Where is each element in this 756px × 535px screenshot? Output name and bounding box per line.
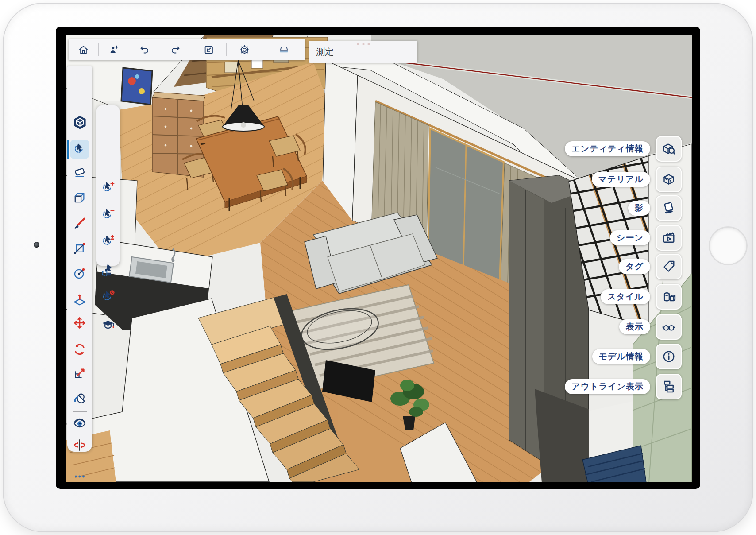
styles-icon [661,289,677,305]
tags-button-row: タグ [619,254,682,279]
move-icon [72,315,87,330]
sketchup-logo [70,112,89,132]
select-subtract-button[interactable] [99,206,117,224]
outline-button-row: アウトライン表示 [565,374,682,399]
home-button[interactable] [69,39,98,60]
flip-icon [72,438,87,453]
eraser-tool-button[interactable] [70,163,89,182]
paint-tool-button[interactable] [70,389,89,408]
select-none-button[interactable] [99,288,117,306]
rotate-icon [72,342,87,357]
ellipsis-icon [72,469,87,482]
flip-tool-button[interactable] [70,435,89,455]
scenes-icon [661,230,677,246]
display-button[interactable] [656,314,682,340]
model-info-button-row: モデル情報 [592,344,682,369]
pencil-icon [72,216,87,231]
select-subtract-icon [100,207,116,222]
entity-info-icon [661,141,677,157]
orbit-tool-button[interactable] [70,414,89,433]
more-tools-button[interactable] [70,467,89,482]
sketchup-app: 測定 エンティティ情報マテリアル影シーンタグスタイル表示モデル情報アウトライン表… [66,35,692,482]
primitives-tool-button[interactable] [70,188,89,208]
styles-button-row: スタイル [601,284,682,310]
select-add-icon [100,180,116,195]
materials-button[interactable] [656,167,682,192]
toolbar-divider [73,411,87,412]
active-tool-indicator [67,140,69,159]
graduation-cap-icon [100,317,116,332]
screen: 測定 エンティティ情報マテリアル影シーンタグスタイル表示モデル情報アウトライン表… [56,27,700,489]
keyboard-icon [278,44,290,56]
pencil-tool-button[interactable] [70,213,89,233]
select-window-button[interactable] [99,261,117,279]
select-flyout [96,105,120,266]
styles-label: スタイル [601,289,650,304]
export-icon [203,44,215,56]
redo-icon [170,44,181,56]
model-info-button[interactable] [656,344,682,369]
materials-label: マテリアル [592,172,650,187]
undo-icon [139,44,150,56]
outline-label: アウトライン表示 [565,379,650,394]
select-add-button[interactable] [99,179,117,197]
materials-button-row: マテリアル [592,167,682,192]
instructor-button[interactable] [99,316,117,333]
tags-button[interactable] [656,254,682,279]
gear-icon [239,44,251,56]
select-window-icon [100,263,116,278]
drag-handle-dots [357,43,370,45]
glasses-icon [661,319,677,335]
home-button [709,226,748,265]
rectangle-tool-button[interactable] [70,239,89,258]
undo-button[interactable] [129,39,160,60]
redo-button[interactable] [160,39,190,60]
shadows-button[interactable] [656,195,682,221]
top-toolbar [69,39,305,60]
scenes-button-row: シーン [610,225,682,251]
3d-viewport[interactable] [66,35,692,482]
select-toggle-button[interactable] [99,233,117,250]
home-icon [77,44,89,56]
scale-icon [72,366,87,381]
measurement-bar[interactable]: 測定 [309,41,417,63]
rotate-tool-button[interactable] [70,340,89,359]
scale-tool-button[interactable] [70,364,89,383]
box-icon [72,190,87,205]
select-icon [72,142,87,157]
entity-info-button-row: エンティティ情報 [565,136,682,162]
shadows-button-row: 影 [628,195,682,221]
model-info-label: モデル情報 [592,349,650,364]
front-camera [34,242,39,248]
display-button-row: 表示 [619,314,682,340]
scenes-label: シーン [610,230,650,245]
styles-button[interactable] [656,284,682,310]
pushpull-tool-button[interactable] [70,290,89,310]
wall-art[interactable] [121,68,152,105]
move-tool-button[interactable] [70,313,89,333]
scenes-button[interactable] [656,225,682,251]
outline-icon [661,379,677,395]
eraser-icon [72,165,87,180]
entity-info-label: エンティティ情報 [565,141,650,156]
paint-bucket-icon [72,391,87,406]
add-person-icon [108,44,120,56]
left-toolbar [67,66,92,452]
outline-button[interactable] [656,374,682,399]
add-collaborator-button[interactable] [99,39,128,60]
sketchup-logo-icon [72,114,88,131]
tags-label: タグ [619,259,650,274]
entity-info-button[interactable] [656,136,682,162]
export-button[interactable] [191,39,226,60]
settings-button[interactable] [227,39,262,60]
measurement-label: 測定 [316,46,334,58]
shadows-icon [661,200,677,216]
info-icon [661,349,677,364]
select-none-icon [100,289,116,304]
select-tool-button[interactable] [70,140,89,159]
eye-icon [72,416,87,431]
input-device-button[interactable] [262,39,305,60]
tag-icon [661,259,677,275]
circle-tool-button[interactable] [70,264,89,283]
circle-icon [72,266,87,281]
